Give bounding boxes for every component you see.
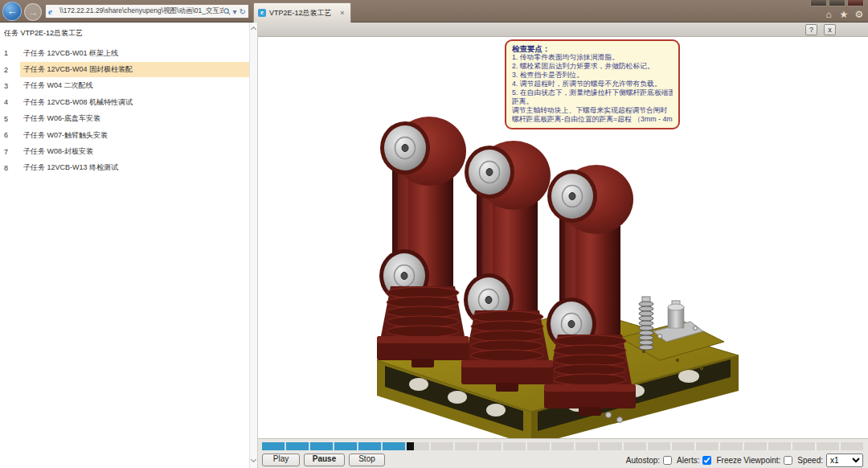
task-number: 4 [0,98,20,106]
task-number: 7 [0,148,20,156]
freeze-viewpoint-checkbox[interactable] [784,456,792,465]
pole-column-right [544,165,636,416]
task-number: 2 [0,66,20,74]
stop-button[interactable]: Stop [349,454,385,466]
maximize-button[interactable] [829,0,845,6]
play-button[interactable]: Play [262,454,300,466]
scroll-down-icon[interactable] [251,457,256,462]
task-label[interactable]: 子任务 W07-触臂触头安装 [20,128,249,143]
viewer-close-button[interactable]: x [824,24,836,35]
playback-bar: Play Pause Stop Autostop: Alerts: Freeze… [258,438,868,468]
task-sidebar: 任务 VTP2E-12总装工艺 1 子任务 12VCB-W01 框架上线 2 子… [0,23,249,468]
pole-column-left [377,117,469,367]
task-list-item[interactable]: 2 子任务 12VCB-W04 固封极柱装配 [0,61,249,77]
close-window-button[interactable] [847,0,864,6]
alerts-checkbox[interactable] [702,456,711,465]
alerts-label: Alerts: [677,456,699,465]
window-controls [810,0,864,6]
scroll-up-icon[interactable] [251,27,256,32]
viewer-panel: ? x [257,23,868,468]
playback-options: Autostop: Alerts: Freeze Viewpoint: Spee… [626,454,863,467]
speed-select[interactable]: x1 [826,454,863,467]
search-icon[interactable] [223,8,231,15]
ie-page-icon: e [48,7,57,16]
task-number: 8 [0,164,20,172]
note-lines: 1. 传动零件表面均匀涂抹润滑脂。 2. 螺栓紧固后达到力矩要求，并做防松标记。… [512,53,673,124]
note-line: 3. 检查挡卡是否到位。 [512,71,673,80]
task-list-header: 任务 VTP2E-12总装工艺 [0,27,249,45]
home-icon[interactable]: ⌂ [823,9,834,20]
browser-chrome: ← → e \\172.22.21.29\share\chenyupeng\视图… [0,0,868,23]
autostop-label: Autostop: [626,456,660,465]
viewer-stage: 检查要点： 1. 传动零件表面均匀涂抹润滑脂。 2. 螺栓紧固后达到力矩要求，并… [258,38,868,438]
tab-title: VTP2E-12总装工艺 [269,8,335,18]
note-title: 检查要点： [512,44,673,53]
forward-button[interactable]: → [24,3,42,21]
address-dropdown-icon[interactable]: ▾ [233,7,237,16]
task-label[interactable]: 子任务 W06-底盘车安装 [20,111,249,126]
task-list-item[interactable]: 6 子任务 W07-触臂触头安装 [0,127,249,143]
task-label[interactable]: 子任务 W08-封板安装 [20,144,249,159]
note-line: 调节主轴转动块上、下螺母来实现超程调节合闸时 [512,106,673,115]
note-line: 螺杆距底板距离-自由位置的距离=超程 （3mm - 4mm） [512,115,673,124]
task-list-item[interactable]: 1 子任务 12VCB-W01 框架上线 [0,45,249,61]
playhead-marker[interactable] [407,442,414,450]
task-number: 6 [0,131,20,139]
pause-button[interactable]: Pause [304,454,345,466]
speed-label: Speed: [797,456,823,465]
task-label[interactable]: 子任务 12VCB-W13 终检测试 [20,160,249,175]
task-list-item[interactable]: 8 子任务 12VCB-W13 终检测试 [0,160,249,176]
task-number: 3 [0,82,20,90]
note-line: 5. 在自由状态下，测量绝缘拉杆下侧螺杆距底板端面 [512,88,673,97]
freeze-viewpoint-label: Freeze Viewpoint: [716,456,780,465]
note-line: 4. 调节超程时，所调节的螺母不允许带有负载。 [512,80,673,88]
favorites-star-icon[interactable]: ★ [838,9,850,20]
task-label[interactable]: 子任务 12VCB-W01 框架上线 [20,46,249,61]
timeline-track[interactable] [262,442,863,450]
back-button[interactable]: ← [2,2,22,21]
task-label[interactable]: 子任务 12VCB-W04 固封极柱装配 [20,62,249,77]
browser-window: ← → e \\172.22.21.29\share\chenyupeng\视图… [0,0,868,468]
task-list-item[interactable]: 4 子任务 12VCB-W08 机械特性调试 [0,94,249,110]
note-line: 1. 传动零件表面均匀涂抹润滑脂。 [512,53,673,62]
browser-tab[interactable]: e VTP2E-12总装工艺 × [253,2,351,23]
task-list-item[interactable]: 7 子任务 W08-封板安装 [0,143,249,159]
timeline-fill [262,442,407,450]
page-content: 任务 VTP2E-12总装工艺 1 子任务 12VCB-W01 框架上线 2 子… [0,23,868,468]
tab-close-icon[interactable]: × [338,9,346,17]
inspection-note-box: 检查要点： 1. 传动零件表面均匀涂抹润滑脂。 2. 螺栓紧固后达到力矩要求，并… [505,39,680,129]
sidebar-scrollbar[interactable] [249,23,257,468]
task-label[interactable]: 子任务 W04 二次配线 [20,78,249,93]
pole-column-middle [461,141,553,392]
settings-gear-icon[interactable]: ⚙ [854,9,865,20]
autostop-checkbox[interactable] [663,456,672,465]
address-bar[interactable]: e \\172.22.21.29\share\chenyupeng\视图\动画\… [45,4,249,18]
address-url[interactable]: \\172.22.21.29\share\chenyupeng\视图\动画\01… [59,6,223,16]
task-list: 1 子任务 12VCB-W01 框架上线 2 子任务 12VCB-W04 固封极… [0,45,249,176]
task-list-item[interactable]: 5 子任务 W06-底盘车安装 [0,111,249,127]
help-button[interactable]: ? [805,24,817,35]
task-number: 1 [0,49,20,57]
viewer-toolbar: ? x [258,23,868,37]
task-label[interactable]: 子任务 12VCB-W08 机械特性调试 [20,95,249,110]
task-list-item[interactable]: 3 子任务 W04 二次配线 [0,78,249,94]
minimize-button[interactable] [810,0,827,6]
spring-part [639,297,653,350]
note-line: 2. 螺栓紧固后达到力矩要求，并做防松标记。 [512,62,673,71]
task-number: 5 [0,115,20,123]
tab-favicon: e [258,9,266,17]
refresh-icon[interactable]: ↻ [240,7,246,16]
note-line: 距离。 [512,97,673,106]
